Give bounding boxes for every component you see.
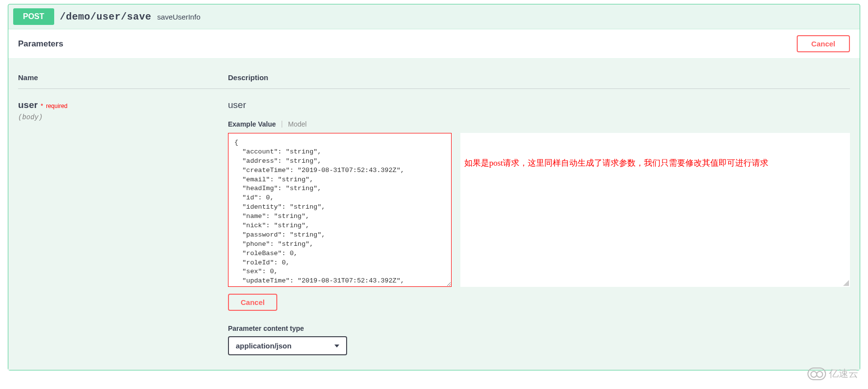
- parameters-header-bar: Parameters Cancel: [8, 29, 860, 59]
- content-type-label: Parameter content type: [228, 324, 850, 332]
- parameters-body: Name Description user * required (body) …: [8, 59, 860, 370]
- parameter-name-cell: user * required (body): [18, 100, 228, 355]
- cancel-button[interactable]: Cancel: [797, 35, 850, 52]
- tab-example-value[interactable]: Example Value: [228, 120, 276, 128]
- body-editor-row: 如果是post请求，这里同样自动生成了请求参数，我们只需要修改其值即可进行请求: [228, 133, 850, 287]
- parameters-section: Parameters Cancel Name Description user …: [8, 29, 860, 370]
- parameter-in: (body): [18, 113, 228, 121]
- content-type-value: application/json: [236, 342, 291, 350]
- operation-header[interactable]: POST /demo/user/save saveUserInfo: [8, 4, 860, 29]
- endpoint-path: /demo/user/save: [60, 11, 152, 22]
- tab-model[interactable]: Model: [288, 120, 307, 128]
- column-header-description: Description: [228, 73, 850, 82]
- chevron-down-icon: [334, 345, 339, 347]
- content-type-section: Parameter content type application/json: [228, 324, 850, 355]
- operation-id: saveUserInfo: [157, 13, 200, 21]
- column-header-name: Name: [18, 73, 228, 82]
- parameters-table-header: Name Description: [18, 68, 850, 89]
- required-star: *: [41, 102, 43, 109]
- body-tabs: Example Value Model: [228, 120, 850, 128]
- api-operation-panel: POST /demo/user/save saveUserInfo Parame…: [8, 4, 860, 370]
- watermark-icon: [807, 367, 826, 380]
- parameter-name: user: [18, 100, 38, 110]
- parameter-description-cell: user Example Value Model 如果是post请求，这里同样自…: [228, 100, 850, 355]
- required-text: required: [46, 103, 67, 109]
- content-type-select[interactable]: application/json: [228, 336, 347, 355]
- watermark-text: 亿速云: [829, 367, 858, 380]
- parameter-description: user: [228, 100, 850, 110]
- annotation-panel: 如果是post请求，这里同样自动生成了请求参数，我们只需要修改其值即可进行请求: [460, 133, 850, 287]
- watermark: 亿速云: [807, 367, 858, 380]
- cancel-body-button[interactable]: Cancel: [228, 294, 277, 311]
- request-body-textarea[interactable]: [228, 133, 452, 287]
- parameters-title: Parameters: [18, 39, 63, 49]
- http-method-badge: POST: [13, 8, 54, 25]
- parameter-row: user * required (body) user Example Valu…: [18, 89, 850, 355]
- annotation-text: 如果是post请求，这里同样自动生成了请求参数，我们只需要修改其值即可进行请求: [460, 133, 768, 287]
- tab-divider: [282, 121, 282, 128]
